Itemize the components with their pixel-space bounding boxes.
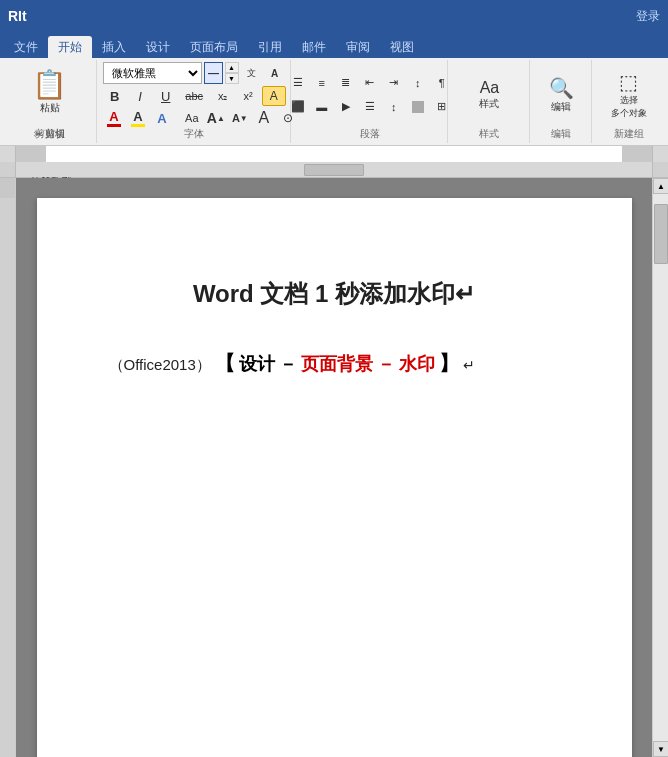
superscript-button[interactable]: x² [236,86,260,106]
ribbon-group-styles: Aа 样式 样式 [450,60,530,143]
indent-decrease-icon: ⇤ [365,76,374,89]
dash1-text: － [279,352,297,376]
ribbon-tabs: 文件 开始 插入 设计 页面布局 引用 邮件 审阅 视图 [0,32,668,58]
align-center-button[interactable]: ▬ [311,97,333,117]
font-size-input-area[interactable]: — [204,62,222,84]
line-spacing-icon: ↕ [391,101,397,113]
styles-group-label: 样式 [450,127,529,141]
strikethrough-button[interactable]: abc [179,86,208,106]
italic-icon: I [138,89,142,104]
editing-group-label: 编辑 [532,127,591,141]
tab-mailing[interactable]: 邮件 [292,36,336,58]
ruler-right-margin [622,146,652,162]
scroll-up-button[interactable]: ▲ [653,178,668,194]
line1-suffix: ↵ [463,357,475,373]
bracket-close: 】 [439,350,459,377]
select-icon: ⬚ [619,70,638,94]
strikethrough-icon: abc [185,90,203,102]
subscript-icon: x₂ [218,90,228,103]
tab-view[interactable]: 视图 [380,36,424,58]
font-size-down-button[interactable]: ▼ [225,73,239,84]
editing-button[interactable]: 🔍 编辑 [545,70,578,120]
font-color-button[interactable]: A [103,108,125,128]
wubi-button[interactable]: 文 [241,63,263,83]
clear-format-button[interactable]: A [262,86,286,106]
login-button[interactable]: 登录 [636,8,660,25]
tab-file[interactable]: 文件 [4,36,48,58]
horizontal-ruler-row [0,162,668,178]
align-left-button[interactable]: ⬛ [287,97,309,117]
tab-layout[interactable]: 页面布局 [180,36,248,58]
tab-references[interactable]: 引用 [248,36,292,58]
styles-icon: Aа [480,79,500,97]
font-row-2: B I U abc x₂ x² A [103,86,286,106]
sort-button[interactable]: ↕ [407,73,429,93]
ribbon-group-paragraph: ☰ ≡ ≣ ⇤ ⇥ ↕ ¶ ⬛ ▬ ▶ ☰ ↕ ⊞ 段落 [293,60,448,143]
tab-review[interactable]: 审阅 [336,36,380,58]
change-case-button[interactable]: Aa [181,108,203,128]
scroll-down-button[interactable]: ▼ [653,741,668,757]
font-large-button[interactable]: A [264,63,286,83]
top-ruler-container [0,146,668,162]
ruler-white-area [46,146,622,162]
new-group-label: 新建组 [594,127,664,141]
font-name-select[interactable]: 微软雅黑 [103,62,202,84]
font-size-larger-button[interactable]: A▲ [205,108,227,128]
styles-label: 样式 [479,97,499,111]
align-right-button[interactable]: ▶ [335,97,357,117]
font-size-smaller-icon: A [232,112,240,124]
font-size-larger-icon: A [207,110,217,126]
ribbon-group-clipboard: 📋 粘贴 ✂ 剪切 ⎘ 复制 🖌 格式刷 剪贴板 [4,60,97,143]
bold-button[interactable]: B [103,86,127,106]
multilevel-list-icon: ≣ [341,76,350,89]
text-effects-button[interactable]: A [151,108,173,128]
font-size-display: — [208,67,219,79]
paste-button[interactable]: 📋 粘贴 [29,62,71,120]
font-group-label: 字体 [99,127,290,141]
multilevel-list-button[interactable]: ≣ [335,73,357,93]
h-scroll-thumb[interactable] [304,164,364,176]
document-area[interactable]: Word 文档 1 秒添加水印↵ （Office2013） 【 设计 － 页面背… [16,178,652,757]
vertical-ruler [0,178,16,757]
content-line-1: （Office2013） 【 设计 － 页面背景 － 水印 】 ↵ [109,350,560,377]
bold-icon: B [110,89,119,104]
indent-increase-button[interactable]: ⇥ [383,73,405,93]
line-spacing-button[interactable]: ↕ [383,97,405,117]
vertical-scrollbar: ▲ ▼ [652,178,668,757]
tab-design[interactable]: 设计 [136,36,180,58]
font-size-smaller-button[interactable]: A▼ [229,108,251,128]
highlight-button[interactable]: A [127,108,149,128]
font-row-1: 微软雅黑 — ▲ ▼ 文 A [103,62,286,84]
document-page: Word 文档 1 秒添加水印↵ （Office2013） 【 设计 － 页面背… [37,198,632,757]
superscript-icon: x² [244,90,253,102]
scroll-track[interactable] [653,194,668,741]
underline-button[interactable]: U [154,86,178,106]
font-size-up-button[interactable]: ▲ [225,62,239,73]
design-text: 设计 [239,352,275,376]
clear-format-icon: A [270,89,278,103]
shading-icon [412,101,424,113]
ruler-left-margin [16,146,46,162]
subscript-button[interactable]: x₂ [211,86,235,106]
tab-insert[interactable]: 插入 [92,36,136,58]
list-number-button[interactable]: ≡ [311,73,333,93]
indent-decrease-button[interactable]: ⇤ [359,73,381,93]
tab-home[interactable]: 开始 [48,36,92,58]
office-version-text: （Office2013） [109,356,211,375]
scroll-thumb[interactable] [654,204,668,264]
styles-button[interactable]: Aа 样式 [474,70,504,120]
italic-button[interactable]: I [128,86,152,106]
main-area: Word 文档 1 秒添加水印↵ （Office2013） 【 设计 － 页面背… [0,178,668,757]
shading-button[interactable] [407,97,429,117]
text-border-button[interactable]: A [253,108,275,128]
select-button[interactable]: ⬚ 选择多个对象 [607,70,651,120]
font-color-icon: A [107,109,121,127]
editing-label: 编辑 [551,100,571,114]
ribbon-group-editing: 🔍 编辑 编辑 [532,60,592,143]
justify-button[interactable]: ☰ [359,97,381,117]
dash2-text: － [377,352,395,376]
wubi-icon: 文 [247,67,256,80]
wubi-icons: 文 A [241,63,286,83]
list-bullet-button[interactable]: ☰ [287,73,309,93]
align-right-icon: ▶ [342,100,350,113]
